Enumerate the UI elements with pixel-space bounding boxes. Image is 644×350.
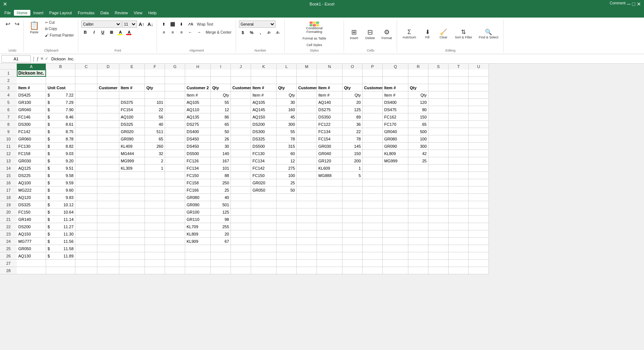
cell-u4[interactable] <box>469 91 489 99</box>
cell-i8[interactable]: 65 <box>211 121 231 128</box>
cell-d27[interactable] <box>97 260 119 267</box>
cell-s6[interactable] <box>428 106 449 113</box>
cell-d3[interactable]: Customer 1 <box>97 84 119 91</box>
orientation-button[interactable]: ↗A <box>186 20 194 28</box>
cell-k1[interactable] <box>251 69 277 77</box>
cell-j7[interactable] <box>231 113 251 121</box>
cell-u1[interactable] <box>469 69 489 77</box>
cell-t21[interactable] <box>449 216 469 223</box>
cell-e3[interactable]: Item # <box>119 84 145 91</box>
menu-review[interactable]: Review <box>112 10 131 16</box>
cell-p1[interactable] <box>363 69 383 77</box>
col-header-q[interactable]: Q <box>383 64 408 69</box>
cell-u18[interactable] <box>469 194 489 201</box>
cell-u13[interactable] <box>469 157 489 165</box>
cell-j13[interactable] <box>231 157 251 165</box>
cell-q22[interactable] <box>383 223 408 230</box>
cell-k7[interactable]: AQ150 <box>251 113 277 121</box>
cell-m4[interactable] <box>297 91 317 99</box>
cell-q21[interactable] <box>383 216 408 223</box>
row-header-12[interactable]: 12 <box>0 150 17 157</box>
cell-f26[interactable] <box>145 252 165 260</box>
cell-t17[interactable] <box>449 187 469 194</box>
menu-help[interactable]: Help <box>145 10 160 16</box>
cell-a15[interactable]: DS225 <box>17 172 46 179</box>
cell-q26[interactable] <box>383 252 408 260</box>
cell-m25[interactable] <box>297 245 317 252</box>
cell-g19[interactable] <box>165 201 185 208</box>
cell-k2[interactable] <box>251 77 277 84</box>
cell-k17[interactable]: GR050 <box>251 187 277 194</box>
cell-g9[interactable] <box>165 128 185 135</box>
cell-e28[interactable] <box>119 267 145 274</box>
cell-b5[interactable]: $7.29 <box>46 99 75 106</box>
cell-e4[interactable] <box>119 91 145 99</box>
cell-r10[interactable]: 100 <box>408 135 428 143</box>
cell-p25[interactable] <box>363 245 383 252</box>
cell-u8[interactable] <box>469 121 489 128</box>
cell-f14[interactable]: 1 <box>145 165 165 172</box>
cell-r8[interactable]: 65 <box>408 121 428 128</box>
row-header-11[interactable]: 11 <box>0 143 17 150</box>
cell-f3[interactable]: Qty <box>145 84 165 91</box>
cell-b20[interactable]: $10.64 <box>46 208 75 216</box>
cell-o13[interactable]: 200 <box>342 157 363 165</box>
formula-input[interactable] <box>50 55 643 63</box>
cell-o22[interactable] <box>342 223 363 230</box>
cell-t10[interactable] <box>449 135 469 143</box>
cell-t1[interactable] <box>449 69 469 77</box>
cell-j2[interactable] <box>231 77 251 84</box>
cell-q17[interactable] <box>383 187 408 194</box>
col-header-g[interactable]: G <box>165 64 185 69</box>
cell-p16[interactable] <box>363 179 383 187</box>
cell-j28[interactable] <box>231 267 251 274</box>
col-header-n[interactable]: N <box>317 64 342 69</box>
cell-q28[interactable] <box>383 267 408 274</box>
cell-o6[interactable]: 125 <box>342 106 363 113</box>
cell-k3[interactable]: Item # <box>251 84 277 91</box>
cell-o15[interactable]: 5 <box>342 172 363 179</box>
cell-g3[interactable] <box>165 84 185 91</box>
cell-s14[interactable] <box>428 165 449 172</box>
cell-b4[interactable]: $7.22 <box>46 91 75 99</box>
font-size-select[interactable]: 11 <box>122 20 137 28</box>
cell-b25[interactable]: $11.58 <box>46 245 75 252</box>
cell-n16[interactable] <box>317 179 342 187</box>
cell-h24[interactable]: KL909 <box>185 238 211 245</box>
cell-i25[interactable] <box>211 245 231 252</box>
cell-g11[interactable] <box>165 143 185 150</box>
cell-e15[interactable] <box>119 172 145 179</box>
cell-p26[interactable] <box>363 252 383 260</box>
underline-button[interactable]: U <box>99 29 107 36</box>
cell-k6[interactable]: AQ145 <box>251 106 277 113</box>
cell-k22[interactable] <box>251 223 277 230</box>
cell-q9[interactable]: GR040 <box>383 128 408 135</box>
cell-a6[interactable]: GR040 <box>17 106 46 113</box>
cell-j17[interactable] <box>231 187 251 194</box>
cell-c6[interactable] <box>75 106 97 113</box>
col-header-b[interactable]: B <box>46 64 75 69</box>
cell-n23[interactable] <box>317 230 342 238</box>
redo-button[interactable]: ↪ <box>13 20 21 28</box>
cell-g25[interactable] <box>165 245 185 252</box>
col-header-c[interactable]: C <box>75 64 97 69</box>
cell-b23[interactable]: $11.30 <box>46 230 75 238</box>
cell-k21[interactable] <box>251 216 277 223</box>
cell-c11[interactable] <box>75 143 97 150</box>
cell-r1[interactable] <box>408 69 428 77</box>
merge-center-button[interactable]: Merge & Center <box>204 30 233 35</box>
cell-d24[interactable] <box>97 238 119 245</box>
cell-p2[interactable] <box>363 77 383 84</box>
cell-o11[interactable]: 145 <box>342 143 363 150</box>
cell-n12[interactable]: GR040 <box>317 150 342 157</box>
row-header-24[interactable]: 24 <box>0 238 17 245</box>
cell-d14[interactable] <box>97 165 119 172</box>
cell-n27[interactable] <box>317 260 342 267</box>
percent-button[interactable]: % <box>248 29 256 36</box>
sort-filter-button[interactable]: ⇅ Sort & Filter <box>452 27 475 41</box>
cell-s9[interactable] <box>428 128 449 135</box>
cell-m7[interactable] <box>297 113 317 121</box>
decrease-font-button[interactable]: A↓ <box>146 20 154 28</box>
cell-b18[interactable]: $9.83 <box>46 194 75 201</box>
increase-font-button[interactable]: A↑ <box>138 20 146 28</box>
